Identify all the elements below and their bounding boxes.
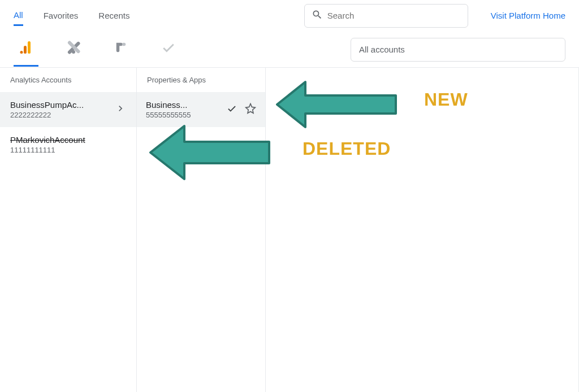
arrow-deleted-icon [145, 121, 275, 184]
search-icon [312, 9, 327, 23]
search-box[interactable] [304, 4, 468, 28]
account-text: PMarkovichAccount 11111111111 [10, 135, 85, 154]
tab-favorites[interactable]: Favorites [44, 6, 79, 25]
account-row[interactable]: PMarkovichAccount 11111111111 [0, 127, 136, 162]
svg-rect-6 [122, 43, 126, 46]
property-actions [227, 103, 256, 116]
arrow-new-icon [271, 76, 401, 133]
account-name: BusinessPumpAc... [10, 100, 84, 110]
annotation-new-label: NEW [424, 89, 468, 110]
tagmanager-icon [67, 41, 80, 56]
all-accounts-label: All accounts [359, 45, 405, 54]
star-icon[interactable] [245, 103, 256, 116]
optimize-icon [115, 41, 127, 56]
property-text: Business... 55555555555 [146, 100, 191, 119]
accounts-column: Analytics Accounts BusinessPumpAc... 222… [0, 68, 137, 392]
analytics-icon [19, 40, 33, 57]
property-id: 55555555555 [146, 111, 191, 119]
tab-all[interactable]: All [14, 6, 23, 26]
accounts-column-header: Analytics Accounts [0, 68, 136, 92]
account-row[interactable]: BusinessPumpAc... 2222222222 [0, 92, 136, 127]
property-name: Business... [146, 100, 191, 110]
platform-home-link[interactable]: Visit Platform Home [491, 11, 565, 20]
check-icon [161, 40, 176, 57]
tagmanager-product-tab[interactable] [61, 33, 86, 67]
all-accounts-select[interactable]: All accounts [351, 38, 565, 62]
svg-point-5 [72, 50, 75, 54]
checkmark-icon [227, 103, 237, 116]
picker-columns: Analytics Accounts BusinessPumpAc... 222… [0, 68, 579, 392]
account-picker-panel: All Favorites Recents Visit Platform Hom… [0, 0, 579, 392]
svg-rect-0 [28, 41, 31, 54]
optimize-product-tab[interactable] [109, 33, 133, 67]
account-id: 2222222222 [10, 111, 84, 119]
properties-column-header: Properties & Apps [137, 68, 265, 92]
account-text: BusinessPumpAc... 2222222222 [10, 100, 84, 119]
view-tabs: All Favorites Recents [14, 6, 129, 26]
account-name: PMarkovichAccount [10, 135, 85, 145]
svg-rect-1 [24, 46, 27, 54]
analytics-product-tab[interactable] [14, 33, 38, 67]
top-toolbar: All Favorites Recents Visit Platform Hom… [0, 0, 579, 32]
annotation-deleted-label: DELETED [303, 138, 391, 159]
svg-point-2 [20, 51, 23, 54]
product-tabs [14, 33, 181, 67]
search-input[interactable] [327, 11, 461, 20]
tab-recents[interactable]: Recents [98, 6, 129, 25]
surveys-product-tab[interactable] [156, 33, 181, 67]
properties-column: Properties & Apps Business... 5555555555… [137, 68, 266, 392]
chevron-right-icon [115, 103, 126, 116]
product-selector-row: All accounts [0, 32, 579, 68]
account-id: 11111111111 [10, 146, 85, 154]
